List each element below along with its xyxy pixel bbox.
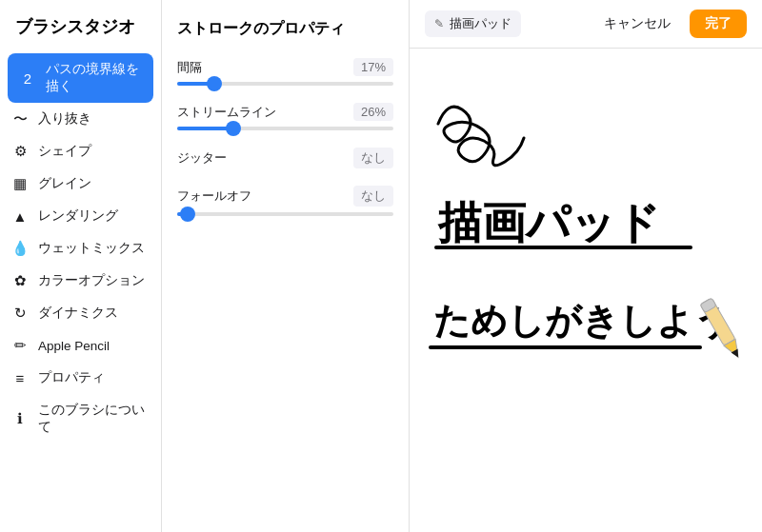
prop-label-row-falloff: フォールオフ なし (177, 186, 393, 207)
prop-label-streamline: ストリームライン (177, 104, 276, 121)
property-row-jitter: ジッター なし (177, 148, 393, 168)
prop-label-jitter: ジッター (177, 149, 227, 167)
slider-thumb-streamline[interactable] (226, 121, 241, 136)
property-row-streamline: ストリームライン 26% (177, 103, 393, 130)
done-button[interactable]: 完了 (690, 10, 747, 38)
svg-text:描画パッド: 描画パッド (437, 199, 660, 247)
prop-value-spacing: 17% (353, 58, 393, 76)
slider-track-spacing[interactable] (177, 82, 393, 86)
sidebar-icon-apple-pencil: ✏ (11, 337, 29, 354)
sidebar-label-shape: シェイプ (38, 143, 91, 160)
prop-label-spacing: 間隔 (177, 59, 202, 76)
property-row-spacing: 間隔 17% (177, 58, 393, 86)
header-actions: キャンセル 完了 (594, 10, 747, 38)
sidebar-label-color-option: カラーオプション (38, 272, 145, 289)
drawing-area: ✎ 描画パッド キャンセル 完了 描画パッド ためしがきしよう (410, 0, 762, 532)
prop-value-falloff: なし (353, 186, 393, 207)
drawing-pad-label: 描画パッド (450, 15, 511, 32)
sidebar-label-rendering: レンダリング (38, 207, 118, 225)
sidebar-item-wet-mix[interactable]: 💧 ウェットミックス (0, 232, 161, 265)
sidebar-icon-shape: ⚙ (11, 143, 29, 160)
panel-title: ストロークのプロパティ (177, 19, 393, 39)
sidebar-label-grain: グレイン (38, 175, 91, 192)
prop-value-streamline: 26% (353, 103, 393, 121)
sidebar-icon-dynamics: ↻ (11, 305, 29, 322)
sidebar-label-pressure: 入り抜き (38, 110, 91, 128)
property-row-falloff: フォールオフ なし (177, 186, 393, 216)
slider-thumb-spacing[interactable] (207, 76, 222, 91)
sidebar-icon-rendering: ▲ (11, 207, 29, 225)
sidebar-item-dynamics[interactable]: ↻ ダイナミクス (0, 297, 161, 329)
slider-track-falloff[interactable] (177, 212, 393, 216)
prop-label-row-jitter: ジッター なし (177, 148, 393, 168)
sidebar-label-dynamics: ダイナミクス (38, 305, 118, 322)
sidebar-label-wet-mix: ウェットミックス (38, 240, 145, 257)
sidebar-item-properties[interactable]: ≡ プロパティ (0, 362, 161, 394)
sidebar-icon-properties: ≡ (11, 369, 29, 386)
sidebar-item-pressure[interactable]: 〜 入り抜き (0, 103, 161, 135)
drawing-header: ✎ 描画パッド キャンセル 完了 (410, 0, 762, 49)
sidebar-item-rendering[interactable]: ▲ レンダリング (0, 200, 161, 232)
drawing-canvas[interactable]: 描画パッド ためしがきしよう (410, 49, 762, 532)
sidebar-icon-wet-mix: 💧 (11, 240, 29, 257)
sidebar-icon-pressure: 〜 (11, 110, 29, 128)
slider-thumb-falloff[interactable] (180, 207, 195, 222)
sidebar-label-properties: プロパティ (38, 369, 105, 386)
edit-icon: ✎ (434, 17, 444, 30)
sidebar-icon-grain: ▦ (11, 175, 29, 192)
sidebar-icon-path-border: 2 (19, 69, 36, 87)
sidebar-label-apple-pencil: Apple Pencil (38, 339, 110, 353)
prop-label-row-streamline: ストリームライン 26% (177, 103, 393, 121)
sidebar-item-shape[interactable]: ⚙ シェイプ (0, 135, 161, 167)
sidebar-icon-color-option: ✿ (11, 272, 29, 289)
sidebar-item-about[interactable]: ℹ このブラシについて (0, 394, 161, 443)
svg-text:ためしがきしよう: ためしがきしよう (433, 301, 731, 341)
sidebar-item-path-border[interactable]: 2 パスの境界線を描く (8, 53, 153, 103)
cancel-button[interactable]: キャンセル (594, 10, 680, 37)
prop-value-jitter: なし (353, 148, 393, 168)
sidebar-item-apple-pencil[interactable]: ✏ Apple Pencil (0, 329, 161, 362)
prop-label-row-spacing: 間隔 17% (177, 58, 393, 76)
prop-label-falloff: フォールオフ (177, 187, 251, 205)
stroke-properties-panel: ストロークのプロパティ 間隔 17% ストリームライン 26% (162, 0, 410, 532)
slider-track-streamline[interactable] (177, 127, 393, 130)
sidebar-label-about: このブラシについて (38, 402, 150, 436)
sidebar-icon-about: ℹ (11, 410, 29, 427)
sidebar-item-color-option[interactable]: ✿ カラーオプション (0, 265, 161, 297)
app-title: ブラシスタジオ (0, 15, 161, 53)
drawing-pad-tab[interactable]: ✎ 描画パッド (425, 10, 521, 37)
sidebar: ブラシスタジオ 2 パスの境界線を描く 〜 入り抜き ⚙ シェイプ ▦ グレイン… (0, 0, 162, 532)
sidebar-label-path-border: パスの境界線を描く (46, 61, 142, 95)
sidebar-item-grain[interactable]: ▦ グレイン (0, 167, 161, 200)
